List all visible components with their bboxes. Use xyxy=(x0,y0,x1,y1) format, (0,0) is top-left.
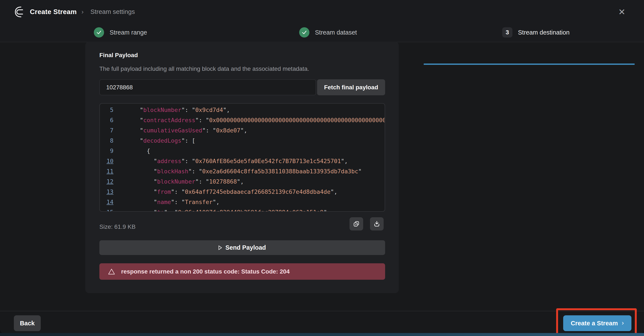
back-button[interactable]: Back xyxy=(14,315,41,331)
step-label: Stream range xyxy=(110,29,147,36)
code-line: 5 "blockNumber": "0x9cd7d4", xyxy=(100,105,385,115)
desktop-bottom-strip xyxy=(0,333,644,336)
section-description: The full payload including all matching … xyxy=(99,66,309,72)
step-label: Stream dataset xyxy=(315,29,357,36)
check-icon xyxy=(299,27,310,38)
payload-code-viewer[interactable]: 5 "blockNumber": "0x9cd7d4",6 "contractA… xyxy=(99,103,385,212)
breadcrumb-chevron-icon: › xyxy=(82,0,84,24)
code-line: 6 "contractAddress": "0x0000000000000000… xyxy=(100,115,385,125)
code-line: 14 "name": "Transfer", xyxy=(100,197,385,207)
error-banner: response returned a non 200 status code:… xyxy=(99,263,385,280)
create-stream-window: Create Stream › Stream settings ✕ Stream… xyxy=(0,0,644,334)
footer-divider xyxy=(0,311,644,311)
send-payload-button[interactable]: Send Payload xyxy=(99,240,385,255)
code-line: 9 { xyxy=(100,146,385,156)
code-line: 10 "address": "0x760AfE86e5de5fa0Ee542fc… xyxy=(100,156,385,166)
quicknode-logo-icon xyxy=(14,6,26,18)
code-line: 15 "to": "0x96a41097fc839448b2591fac2978… xyxy=(100,207,385,212)
breadcrumb: Stream settings xyxy=(90,0,135,24)
close-icon[interactable]: ✕ xyxy=(617,7,626,17)
download-icon xyxy=(374,221,380,227)
send-payload-label: Send Payload xyxy=(226,244,266,251)
play-icon xyxy=(218,246,222,250)
top-bar: Create Stream › Stream settings ✕ xyxy=(0,0,644,24)
active-tab-underline xyxy=(424,64,634,65)
step-stream-range[interactable]: Stream range xyxy=(94,24,147,41)
copy-icon xyxy=(353,221,360,227)
step-number-badge: 3 xyxy=(502,27,512,38)
create-stream-button[interactable]: Create a Stream › xyxy=(563,315,632,331)
create-stream-label: Create a Stream xyxy=(571,320,618,327)
chevron-right-icon: › xyxy=(622,319,624,326)
copy-payload-button[interactable] xyxy=(350,217,363,230)
step-stream-dataset[interactable]: Stream dataset xyxy=(299,24,357,41)
code-line: 11 "blockHash": "0xe2a6d6604c8ffa5b33811… xyxy=(100,166,385,176)
final-payload-card: Final Payload The full payload including… xyxy=(85,42,399,293)
page-title: Create Stream xyxy=(30,0,77,24)
screen: Create Stream › Stream settings ✕ Stream… xyxy=(0,0,644,336)
fetch-final-payload-button[interactable]: Fetch final payload xyxy=(317,79,385,95)
code-lines: 5 "blockNumber": "0x9cd7d4",6 "contractA… xyxy=(100,105,385,212)
stepper-bar: Stream range Stream dataset 3 Stream des… xyxy=(0,24,644,42)
check-icon xyxy=(94,27,104,38)
block-number-input[interactable] xyxy=(99,79,316,95)
code-line: 8 "decodedLogs": [ xyxy=(100,136,385,146)
step-label: Stream destination xyxy=(518,29,570,36)
download-payload-button[interactable] xyxy=(370,217,384,230)
error-message: response returned a non 200 status code:… xyxy=(121,268,290,275)
section-title: Final Payload xyxy=(99,52,138,59)
code-line: 7 "cumulativeGasUsed": "0x8de07", xyxy=(100,125,385,136)
step-stream-destination[interactable]: 3 Stream destination xyxy=(502,24,570,41)
code-line: 13 "from": "0x64aff7245ebdaaecaf26685213… xyxy=(100,187,385,197)
warning-triangle-icon xyxy=(108,268,115,275)
payload-size-label: Size: 61.9 KB xyxy=(99,220,136,234)
code-line: 12 "blockNumber": "10278868", xyxy=(100,176,385,187)
